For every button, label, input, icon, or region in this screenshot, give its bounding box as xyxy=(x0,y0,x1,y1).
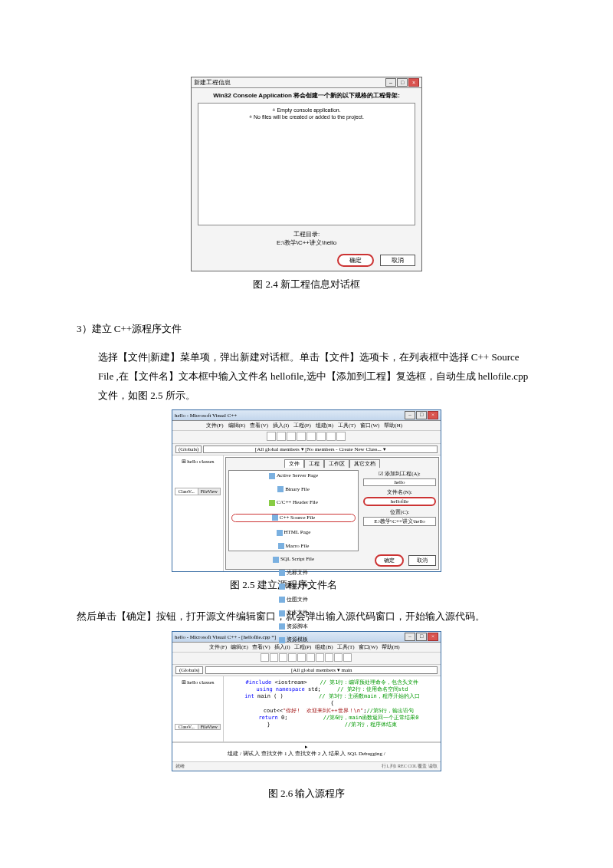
list-item[interactable]: 图标文件 xyxy=(231,583,356,590)
section-3-paragraph: 选择【文件|新建】菜单项，弹出新建对话框。单击【文件】选项卡，在列表框中选择 C… xyxy=(98,348,536,405)
add-to-project-checkbox[interactable]: 添加到工程(A): xyxy=(363,470,436,478)
toolbar-icon[interactable] xyxy=(288,653,297,662)
filename-input[interactable]: hellofile xyxy=(363,497,436,506)
tree-root[interactable]: hello classes xyxy=(187,459,214,465)
toolbar[interactable] xyxy=(172,653,441,665)
list-item[interactable]: 资源脚本 xyxy=(231,623,356,630)
toolbar-icon[interactable] xyxy=(343,653,352,662)
list-item[interactable]: Binary File xyxy=(231,486,356,493)
close-icon[interactable]: × xyxy=(428,411,438,419)
close-icon[interactable]: × xyxy=(408,78,419,87)
path-value: E:\教学\C++讲义\hello xyxy=(198,238,415,247)
location-input[interactable]: E:\教学\C++讲义\hello xyxy=(363,517,436,526)
tab-classview[interactable]: ClassV... xyxy=(175,725,198,729)
figure-2-4: 新建工程信息 – □ × Win32 Console Application 将… xyxy=(77,77,536,271)
maximize-icon[interactable]: □ xyxy=(416,633,427,641)
status-bar: 就绪 行1,列1 REC COL 覆盖 读取 xyxy=(172,761,441,771)
workspace-pane: ⊞ hello classes ClassV... FileView xyxy=(172,676,224,741)
cancel-button[interactable]: 取消 xyxy=(380,255,415,266)
section-3-title: 3）建立 C++源程序文件 xyxy=(77,322,536,336)
list-item[interactable]: C++ Source File xyxy=(231,514,356,522)
desc-line: + Empty console application. xyxy=(203,107,410,113)
new-dialog: 文件工程工作区其它文档 Active Server PageBinary Fil… xyxy=(225,457,439,570)
workspace-pane: ⊞ hello classes ClassV... FileView xyxy=(172,455,224,571)
tab-fileview[interactable]: FileView xyxy=(198,725,221,729)
maximize-icon[interactable]: □ xyxy=(397,78,408,87)
toolbar[interactable] xyxy=(172,431,441,444)
toolbar-icon[interactable] xyxy=(316,432,326,441)
status-right: 行1,列1 REC COL 覆盖 读取 xyxy=(382,763,438,770)
figure-2-6: hello - Microsoft Visual C++ - [hellofil… xyxy=(77,631,536,771)
tree-root[interactable]: hello classes xyxy=(187,679,214,686)
toolbar-icon[interactable] xyxy=(297,432,306,441)
tab-other[interactable]: 其它文档 xyxy=(349,459,380,468)
dialog-title: 新建工程信息 xyxy=(194,78,231,87)
location-label: 位置(C): xyxy=(363,508,436,516)
status-left: 就绪 xyxy=(175,763,185,770)
window-title: hello - Microsoft Visual C++ xyxy=(175,413,237,419)
list-item[interactable]: 位图文件 xyxy=(231,597,356,603)
cancel-button[interactable]: 取消 xyxy=(408,555,436,566)
dialog-description: + Empty console application. + No files … xyxy=(198,103,415,225)
toolbar-icon[interactable] xyxy=(336,432,346,441)
minimize-icon[interactable]: – xyxy=(405,411,415,419)
list-item[interactable]: C/C++ Header File xyxy=(231,499,356,506)
toolbar-icon[interactable] xyxy=(306,653,315,662)
ok-button[interactable]: 确定 xyxy=(375,554,404,567)
filename-label: 文件名(N): xyxy=(363,488,436,496)
code-editor[interactable]: #include <iostream> // 第1行：编译预处理命令，包含头文件… xyxy=(224,676,441,741)
list-item[interactable]: HTML Page xyxy=(231,529,356,536)
tab-files[interactable]: 文件 xyxy=(284,459,304,468)
project-combo[interactable]: hello xyxy=(363,478,436,486)
scope-combo[interactable]: (Globals) xyxy=(175,446,202,453)
list-item[interactable]: 资源模板 xyxy=(231,636,356,643)
members-combo[interactable]: [All global members ▾ [No members - Crea… xyxy=(203,446,438,453)
toolbar-icon[interactable] xyxy=(267,432,276,441)
minimize-icon[interactable]: – xyxy=(385,78,396,87)
list-item[interactable]: SQL Script File xyxy=(231,556,356,563)
desc-line: + No files will be created or added to t… xyxy=(203,113,410,120)
close-icon[interactable]: × xyxy=(428,633,438,641)
figure-2-5: hello - Microsoft Visual C++ – □ × 文件(F)… xyxy=(77,409,536,572)
toolbar-icon[interactable] xyxy=(326,432,336,441)
members-combo[interactable]: [All global members ▾ main xyxy=(205,666,438,674)
figure-2-6-caption: 图 2.6 输入源程序 xyxy=(77,787,536,801)
dialog-titlebar: 新建工程信息 – □ × xyxy=(192,77,421,88)
file-type-list[interactable]: Active Server PageBinary FileC/C++ Heade… xyxy=(228,470,359,551)
toolbar-icon[interactable] xyxy=(277,432,286,441)
menu-bar[interactable]: 文件(F)编辑(E)查看(V)插入(I)工程(P)组建(B)工具(T)窗口(W)… xyxy=(172,421,441,431)
tab-classview[interactable]: ClassV... xyxy=(175,488,198,495)
vcpp-editor-window: hello - Microsoft Visual C++ - [hellofil… xyxy=(172,631,441,771)
toolbar-icon[interactable] xyxy=(270,653,278,662)
toolbar-icon[interactable] xyxy=(334,653,343,662)
toolbar-icon[interactable] xyxy=(297,653,306,662)
toolbar-icon[interactable] xyxy=(279,653,287,662)
scope-combo[interactable]: (Globals) xyxy=(175,666,203,674)
maximize-icon[interactable]: □ xyxy=(416,411,427,419)
minimize-icon[interactable]: – xyxy=(405,633,415,641)
toolbar-icon[interactable] xyxy=(306,432,316,441)
tab-workspaces[interactable]: 工作区 xyxy=(324,459,349,468)
ok-button[interactable]: 确定 xyxy=(337,254,374,267)
dialog-heading: Win32 Console Application 将会创建一个新的以下规格的工… xyxy=(198,91,415,100)
new-project-info-dialog: 新建工程信息 – □ × Win32 Console Application 将… xyxy=(191,77,422,271)
toolbar-icon[interactable] xyxy=(287,432,296,441)
list-item[interactable]: 光标文件 xyxy=(231,570,356,577)
output-tabs[interactable]: 组建 / 调试 入 查找文件 1 入 查找文件 2 入 结果 入 SQL Deb… xyxy=(228,751,385,757)
toolbar-icon[interactable] xyxy=(261,653,269,662)
toolbar-icon[interactable] xyxy=(316,653,324,662)
tab-fileview[interactable]: FileView xyxy=(198,488,221,495)
tab-projects[interactable]: 工程 xyxy=(304,459,324,468)
toolbar-icon[interactable] xyxy=(325,653,333,662)
list-item[interactable]: Macro File xyxy=(231,543,356,550)
output-pane: ▸ 组建 / 调试 入 查找文件 1 入 查找文件 2 入 结果 入 SQL D… xyxy=(172,741,441,761)
list-item[interactable]: 文本文件 xyxy=(231,610,356,616)
figure-2-4-caption: 图 2.4 新工程信息对话框 xyxy=(77,278,536,291)
list-item[interactable]: Active Server Page xyxy=(231,472,356,479)
vcpp-window: hello - Microsoft Visual C++ – □ × 文件(F)… xyxy=(172,409,441,572)
path-label: 工程目录: xyxy=(198,230,415,238)
